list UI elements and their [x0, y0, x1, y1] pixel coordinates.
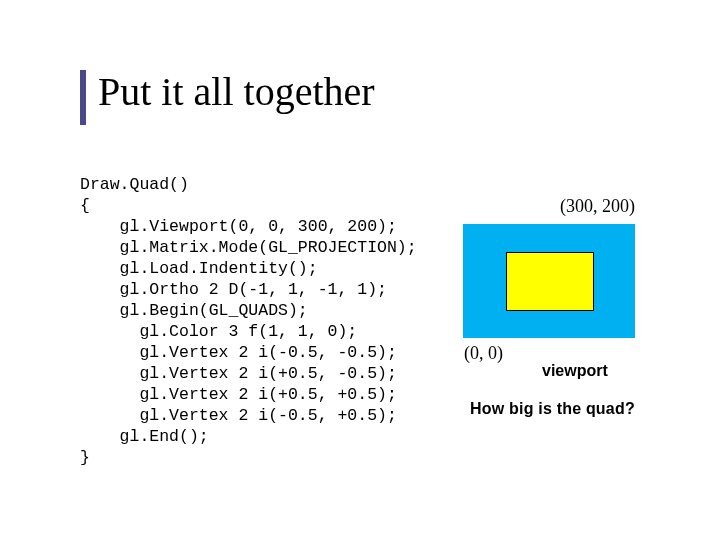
viewport-label: viewport [542, 362, 608, 380]
coord-top-right: (300, 200) [560, 196, 635, 217]
question-text: How big is the quad? [470, 400, 635, 418]
viewport-rect [463, 224, 635, 338]
title-accent-bar [80, 70, 86, 125]
code-block: Draw.Quad() { gl.Viewport(0, 0, 300, 200… [80, 174, 417, 468]
slide: Put it all together Draw.Quad() { gl.Vie… [0, 0, 720, 540]
coord-bottom-left: (0, 0) [464, 343, 503, 364]
slide-title: Put it all together [98, 68, 375, 115]
quad-rect [506, 252, 594, 311]
